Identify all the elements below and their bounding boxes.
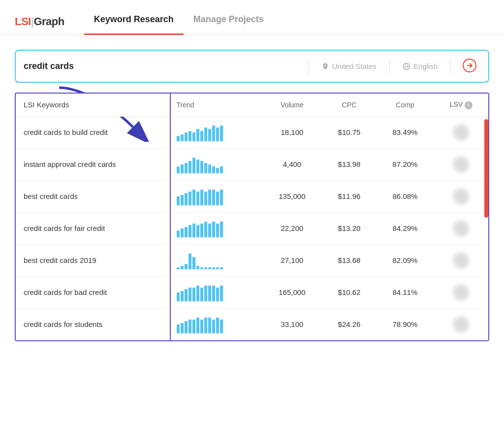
keyword-cell[interactable]: credit cards for fair credit <box>16 212 170 244</box>
trend-cell <box>170 148 262 180</box>
lsv-cell <box>434 180 488 212</box>
volume-cell: 4,400 <box>262 148 322 180</box>
header-cpc: CPC <box>322 94 377 116</box>
table-row: credit cards to build credit18,100$10.75… <box>16 116 488 148</box>
header-comp: Comp <box>376 94 434 116</box>
table-section: LSI Keywords Trend Volume CPC Comp <box>0 88 504 351</box>
keyword-cell[interactable]: credit cards to build credit <box>16 116 170 148</box>
nav-tabs: Keyword Research Manage Projects <box>84 9 274 34</box>
results-table: LSI Keywords Trend Volume CPC Comp <box>16 94 488 340</box>
table-row: credit cards for fair credit22,200$13.20… <box>16 212 488 244</box>
comp-cell: 78.90% <box>376 308 434 340</box>
logo-graph: Graph <box>33 15 64 28</box>
comp-cell: 84.11% <box>376 276 434 308</box>
volume-cell: 33,100 <box>262 308 322 340</box>
table-row: credit cards for students33,100$24.2678.… <box>16 308 488 340</box>
tab-manage-projects[interactable]: Manage Projects <box>184 9 274 35</box>
table-row: instant approval credit cards4,400$13.98… <box>16 148 488 180</box>
keyword-cell[interactable]: credit cards for bad credit <box>16 276 170 308</box>
cpc-cell: $13.68 <box>322 244 377 276</box>
scrollbar-indicator[interactable] <box>484 119 488 218</box>
table-row: best credit cards 201927,100$13.6882.09% <box>16 244 488 276</box>
cpc-cell: $10.62 <box>322 276 377 308</box>
trend-cell <box>170 276 262 308</box>
location-selector[interactable]: United States <box>316 62 381 70</box>
cpc-cell: $24.26 <box>322 308 377 340</box>
lsv-cell <box>434 308 488 340</box>
table-header-row: LSI Keywords Trend Volume CPC Comp <box>16 94 488 116</box>
submit-icon <box>463 59 476 72</box>
trend-cell <box>170 308 262 340</box>
comp-cell: 86.08% <box>376 180 434 212</box>
cpc-cell: $13.20 <box>322 212 377 244</box>
logo: LSI|Graph <box>15 15 64 28</box>
location-icon <box>321 63 329 70</box>
table-row: best credit cards135,000$11.9686.08% <box>16 180 488 212</box>
volume-cell: 18,100 <box>262 116 322 148</box>
lsv-cell <box>434 148 488 180</box>
comp-cell: 87.20% <box>376 148 434 180</box>
comp-cell: 83.49% <box>376 116 434 148</box>
lsv-info-icon[interactable]: i <box>465 101 472 109</box>
keyword-cell[interactable]: credit cards for students <box>16 308 170 340</box>
lsv-cell <box>434 276 488 308</box>
trend-cell <box>170 116 262 148</box>
logo-lsi: LSI <box>15 15 31 28</box>
header: LSI|Graph Keyword Research Manage Projec… <box>0 0 504 35</box>
language-selector[interactable]: English <box>398 62 442 70</box>
search-bar-container: United States English <box>15 50 489 83</box>
search-section: United States English <box>0 35 504 88</box>
trend-cell <box>170 180 262 212</box>
globe-icon <box>403 63 410 70</box>
cpc-cell: $10.75 <box>322 116 377 148</box>
header-keyword: LSI Keywords <box>16 94 170 116</box>
trend-cell <box>170 244 262 276</box>
keyword-cell[interactable]: best credit cards <box>16 180 170 212</box>
divider-1 <box>308 59 309 74</box>
trend-cell <box>170 212 262 244</box>
language-label: English <box>413 62 438 70</box>
comp-cell: 82.09% <box>376 244 434 276</box>
volume-cell: 135,000 <box>262 180 322 212</box>
search-input[interactable] <box>24 61 300 71</box>
header-trend: Trend <box>170 94 262 116</box>
table-row: credit cards for bad credit165,000$10.62… <box>16 276 488 308</box>
cpc-cell: $13.98 <box>322 148 377 180</box>
search-submit-button[interactable] <box>459 57 480 76</box>
divider-3 <box>450 59 451 74</box>
volume-cell: 27,100 <box>262 244 322 276</box>
tab-keyword-research[interactable]: Keyword Research <box>84 9 184 35</box>
comp-cell: 84.29% <box>376 212 434 244</box>
lsv-cell <box>434 244 488 276</box>
lsv-cell <box>434 116 488 148</box>
header-lsv: LSV i <box>434 94 488 116</box>
volume-cell: 165,000 <box>262 276 322 308</box>
table-body: credit cards to build credit18,100$10.75… <box>16 116 488 340</box>
keyword-cell[interactable]: best credit cards 2019 <box>16 244 170 276</box>
volume-cell: 22,200 <box>262 212 322 244</box>
divider-2 <box>389 59 390 74</box>
lsv-cell <box>434 212 488 244</box>
location-label: United States <box>332 62 377 70</box>
header-volume: Volume <box>262 94 322 116</box>
keyword-cell[interactable]: instant approval credit cards <box>16 148 170 180</box>
cpc-cell: $11.96 <box>322 180 377 212</box>
results-table-wrapper: LSI Keywords Trend Volume CPC Comp <box>15 93 489 341</box>
